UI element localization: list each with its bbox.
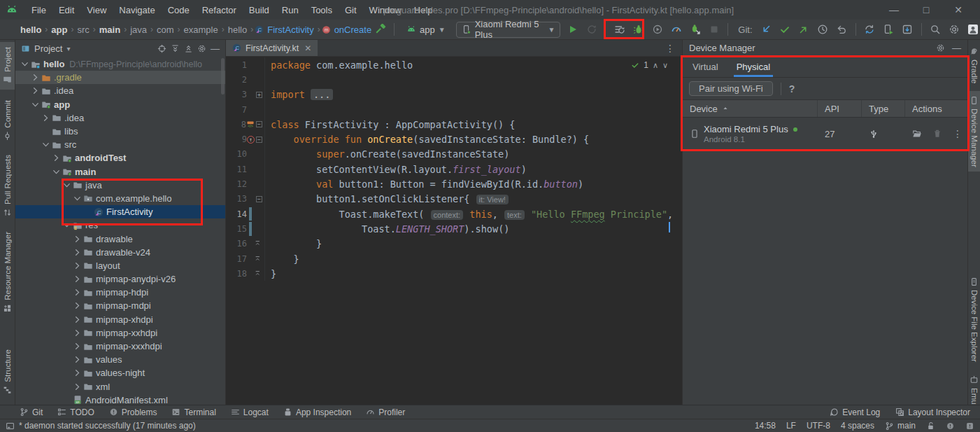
gutter[interactable]: 8</>− bbox=[226, 117, 265, 132]
tool-tab-commit[interactable]: Commit bbox=[0, 95, 15, 146]
code-line-10[interactable]: 10 super.onCreate(savedInstanceState) bbox=[226, 147, 682, 162]
device-manager-gear-icon[interactable] bbox=[936, 43, 945, 53]
menu-build[interactable]: Build bbox=[243, 5, 276, 15]
tree-item--idea[interactable]: .idea bbox=[15, 84, 225, 97]
code-line-9[interactable]: 9↑− override fun onCreate(savedInstanceS… bbox=[226, 132, 682, 146]
sync-gradle-button[interactable] bbox=[863, 22, 876, 37]
tool-button-git[interactable]: Git bbox=[20, 407, 43, 417]
device-manager-button[interactable] bbox=[882, 22, 895, 37]
inspection-nav-icons[interactable]: ∧∨ bbox=[653, 61, 672, 70]
settings-button[interactable] bbox=[948, 22, 961, 37]
commit-button[interactable] bbox=[779, 22, 792, 37]
tree-item-mipmap-xxxhdpi[interactable]: mipmap-xxxhdpi bbox=[15, 340, 225, 353]
breadcrumb-hello[interactable]: hello bbox=[226, 25, 249, 35]
run-with-coverage-button[interactable] bbox=[651, 22, 664, 37]
fold-expand-icon[interactable]: + bbox=[256, 92, 262, 98]
gutter[interactable]: 14 bbox=[226, 207, 265, 221]
chevron-down-icon[interactable] bbox=[41, 139, 51, 150]
tree-item-xml[interactable]: xml bbox=[15, 380, 225, 393]
breadcrumb-firstactivity[interactable]: FirstActivity bbox=[265, 25, 315, 35]
history-button[interactable] bbox=[816, 22, 830, 37]
gutter[interactable]: 2 bbox=[226, 72, 265, 87]
breadcrumb-app[interactable]: app bbox=[49, 25, 69, 35]
chevron-down-icon[interactable]: ▾ bbox=[66, 45, 70, 53]
gutter[interactable]: 17 bbox=[226, 251, 265, 266]
tool-button-terminal[interactable]: Terminal bbox=[171, 407, 215, 417]
tool-tab-device-manager[interactable]: Device Manager bbox=[968, 91, 980, 172]
tool-tab-structure[interactable]: Structure bbox=[0, 344, 15, 400]
chevron-right-icon[interactable] bbox=[72, 274, 83, 284]
chevron-right-icon[interactable] bbox=[72, 247, 83, 258]
tool-tab-pull-requests[interactable]: Pull Requests bbox=[0, 150, 15, 222]
locate-file-icon[interactable] bbox=[157, 44, 166, 53]
tool-button-problems[interactable]: Problems bbox=[109, 407, 157, 417]
breadcrumb-example[interactable]: example bbox=[182, 25, 220, 35]
tree-item-mipmap-xxhdpi[interactable]: mipmap-xxhdpi bbox=[15, 326, 225, 340]
chevron-down-icon[interactable] bbox=[30, 99, 41, 110]
apply-changes-restart-button[interactable] bbox=[585, 22, 598, 37]
code-line-17[interactable]: 17 } bbox=[226, 251, 682, 266]
update-project-button[interactable] bbox=[760, 22, 773, 37]
menu-file[interactable]: File bbox=[25, 5, 52, 15]
maximize-icon[interactable]: □ bbox=[910, 4, 942, 15]
device-manager-tab-physical[interactable]: Physical bbox=[737, 56, 770, 77]
pair-wifi-button[interactable]: Pair using Wi-Fi bbox=[689, 81, 773, 96]
status-main[interactable]: main bbox=[885, 421, 916, 431]
fold-collapse-icon[interactable]: − bbox=[256, 121, 262, 127]
breadcrumb-src[interactable]: src bbox=[75, 25, 91, 35]
project-scrollbar[interactable] bbox=[221, 58, 225, 95]
attach-debugger-button[interactable] bbox=[688, 22, 702, 37]
chevron-down-icon[interactable] bbox=[62, 180, 72, 190]
chevron-down-icon[interactable] bbox=[62, 220, 72, 230]
chevron-right-icon[interactable] bbox=[72, 328, 83, 338]
tool-button-app-inspection[interactable]: App Inspection bbox=[283, 407, 351, 417]
code-line-11[interactable]: 11 setContentView(R.layout.first_layout) bbox=[226, 162, 682, 176]
tree-item-drawable[interactable]: drawable bbox=[15, 232, 225, 245]
tree-item-androidtest[interactable]: androidTest bbox=[15, 151, 225, 165]
hide-panel-icon[interactable]: — bbox=[211, 44, 220, 53]
panel-settings-gear-icon[interactable] bbox=[197, 44, 206, 53]
tool-button-layout-inspector[interactable]: Layout Inspector bbox=[895, 407, 970, 417]
code-line-12[interactable]: 12 val button1: Button = findViewById(R.… bbox=[226, 176, 682, 191]
fold-end-icon[interactable] bbox=[254, 239, 262, 248]
menu-run[interactable]: Run bbox=[276, 5, 305, 15]
tree-item-res[interactable]: res bbox=[15, 218, 225, 232]
search-everywhere-button[interactable] bbox=[929, 22, 942, 37]
gutter[interactable]: 18 bbox=[226, 266, 265, 281]
profile-button[interactable] bbox=[669, 22, 683, 37]
menu-edit[interactable]: Edit bbox=[52, 5, 80, 15]
column-header-type[interactable]: Type bbox=[862, 100, 905, 117]
open-folder-icon[interactable] bbox=[912, 129, 922, 139]
menu-refactor[interactable]: Refactor bbox=[196, 5, 243, 15]
run-button[interactable] bbox=[566, 22, 579, 37]
close-icon[interactable]: ✕ bbox=[942, 4, 974, 15]
status-14-58[interactable]: 14:58 bbox=[755, 421, 776, 431]
breadcrumb-java[interactable]: java bbox=[128, 25, 149, 35]
code-line-18[interactable]: 18} bbox=[226, 266, 682, 281]
tool-button-profiler[interactable]: Profiler bbox=[366, 407, 405, 417]
tree-item-java[interactable]: java bbox=[15, 179, 225, 192]
menu-code[interactable]: Code bbox=[162, 5, 196, 15]
apply-code-changes-button[interactable] bbox=[613, 22, 626, 37]
sdk-manager-button[interactable] bbox=[901, 22, 914, 37]
chevron-right-icon[interactable] bbox=[30, 85, 41, 96]
chevron-right-icon[interactable] bbox=[72, 368, 83, 378]
breadcrumb-oncreate[interactable]: onCreate bbox=[332, 25, 374, 35]
tool-tab-device-file-explorer[interactable]: Device File Explorer bbox=[968, 272, 980, 367]
tool-button-logcat[interactable]: Logcat bbox=[231, 407, 269, 417]
collapse-all-icon[interactable] bbox=[184, 44, 193, 53]
profile-avatar-button[interactable] bbox=[967, 22, 980, 37]
code-line-7[interactable]: 7 bbox=[226, 102, 682, 117]
gutter[interactable]: 13− bbox=[226, 192, 265, 207]
tree-item-drawable-v24[interactable]: drawable-v24 bbox=[15, 246, 225, 259]
tool-tab-project[interactable]: Project bbox=[0, 42, 15, 90]
column-header-device[interactable]: Device bbox=[683, 100, 818, 117]
code-line-8[interactable]: 8</>−class FirstActivity : AppCompatActi… bbox=[226, 117, 682, 132]
tree-item-com-example-hello[interactable]: com.example.hello bbox=[15, 192, 225, 205]
status-lf[interactable]: LF bbox=[786, 421, 796, 431]
fold-end-icon[interactable] bbox=[254, 270, 262, 278]
tree-item-values[interactable]: values bbox=[15, 353, 225, 366]
chevron-right-icon[interactable] bbox=[41, 113, 51, 123]
breadcrumb-com[interactable]: com bbox=[155, 25, 176, 35]
tree-item-app[interactable]: app bbox=[15, 98, 225, 111]
